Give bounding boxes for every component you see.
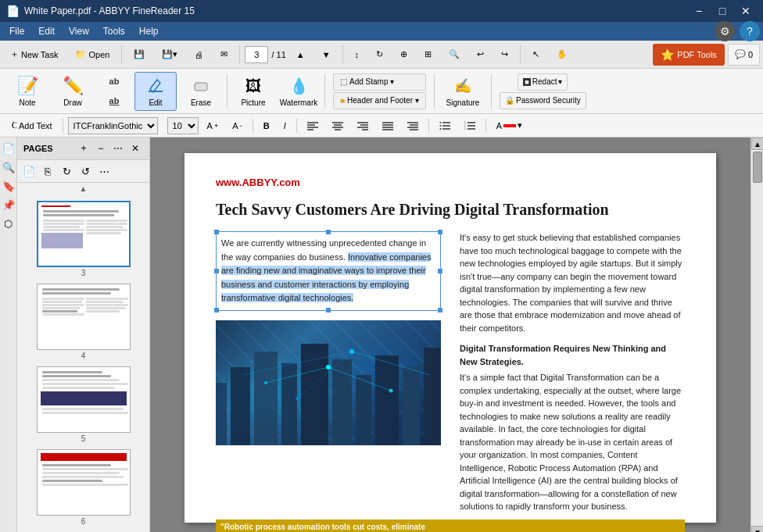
pages-panel-button[interactable]: 📄 [1,141,16,156]
email-button[interactable]: ✉ [213,44,235,66]
signature-tool[interactable]: ✍ Signature [439,72,486,111]
text-sep-4 [428,119,429,133]
tool2-button[interactable]: ⊕ [393,44,414,66]
menu-edit[interactable]: Edit [32,24,61,38]
tool6-button[interactable]: ↪ [494,44,515,66]
note-tool[interactable]: 📝 Note [6,72,48,111]
page-thumb-4[interactable]: 4 [33,284,134,360]
resize-handle-ml[interactable] [214,269,219,273]
print-button[interactable]: 🖨 [188,44,210,66]
annotations-panel-button[interactable]: 📌 [1,197,16,212]
scroll-down-button[interactable]: ▼ [751,526,763,532]
bookmarks-panel-button[interactable]: 🔖 [1,178,16,194]
next-page-button[interactable]: ▼ [315,44,338,66]
resize-handle-tm[interactable] [326,230,331,234]
sidebar-add-button[interactable]: + [76,141,91,156]
save-button[interactable]: 💾 [127,44,152,66]
password-security-button[interactable]: 🔒 Password Security [500,92,586,109]
numbered-list-button[interactable]: 1.2.3. [459,117,481,134]
pdf-tools-button[interactable]: ⭐ PDF Tools [653,44,725,66]
watermark-tool[interactable]: 💧 Watermark [278,72,320,111]
doc-area[interactable]: www.ABBYY.com Tech Savvy Customers Are D… [150,137,750,532]
font-size-select[interactable]: 10 [167,117,199,134]
search-panel-button[interactable]: 🔍 [1,159,16,175]
sidebar-rotate-cw-button[interactable]: ↻ [58,162,75,180]
picture-tool[interactable]: 🖼 Picture [232,72,274,111]
font-select[interactable]: ITCFranklinGothic [68,117,158,134]
hand-icon: ✋ [557,49,568,59]
text-highlight-tool[interactable]: ab [99,73,130,91]
erase-tool[interactable]: Erase [180,72,222,111]
text-color-button[interactable]: A ▾ [491,117,528,134]
page-thumb-5-img [37,366,131,433]
align-center-button[interactable] [327,117,349,134]
resize-handle-tr[interactable] [438,230,442,234]
right-col-body: It's a simple fact that Digital Transfor… [460,371,685,513]
resize-handle-tl[interactable] [214,230,219,234]
scroll-up-button[interactable]: ▲ [751,137,763,150]
sidebar-copy-button[interactable]: ⎘ [39,162,56,180]
indent-button[interactable] [402,117,424,134]
pages-scroll-up[interactable]: ▲ [17,183,149,195]
resize-handle-mr[interactable] [438,269,442,273]
add-text-button[interactable]: Ꞇ Add Text [6,117,58,134]
draw-tool[interactable]: ✏️ Draw [52,72,94,111]
redact-button[interactable]: ■ Redact ▾ [518,73,568,91]
bold-button[interactable]: B [258,117,275,134]
new-task-button[interactable]: ＋ New Task [3,44,65,66]
sidebar-more2-button[interactable]: ⋯ [95,162,113,180]
menu-help[interactable]: Help [133,24,165,38]
scroll-thumb[interactable] [753,152,762,183]
menu-tools[interactable]: Tools [97,24,131,38]
decrease-font-button[interactable]: A- [227,117,247,134]
save-as-button[interactable]: 💾▾ [155,44,184,66]
message-button[interactable]: 💬 0 [728,44,760,66]
resize-handle-bm[interactable] [326,308,331,312]
page-thumb-5[interactable]: 5 [33,366,134,443]
tool4-button[interactable]: 🔍 [442,44,467,66]
menu-file[interactable]: File [3,24,30,38]
prev-page-button[interactable]: ▲ [289,44,312,66]
add-stamp-button[interactable]: ⬚ Add Stamp ▾ [333,73,426,91]
text-underline-tool[interactable]: ab [99,92,130,110]
tool5-button[interactable]: ↩ [470,44,491,66]
increase-font-button[interactable]: A+ [202,117,224,134]
tool3-button[interactable]: ⊞ [417,44,439,66]
text-box[interactable]: We are currently witnessing unprecedente… [216,231,441,311]
maximize-button[interactable]: □ [711,3,733,19]
page-number-input[interactable] [245,46,268,63]
help-button[interactable]: ? [740,21,760,41]
tool1-button[interactable]: ↻ [369,44,390,66]
icon-separator-3 [434,74,435,109]
open-button[interactable]: 📁 Open [68,44,116,66]
select-tool-button[interactable]: ↕ [348,44,367,66]
resize-handle-br[interactable] [438,308,442,312]
header-footer-button[interactable]: ■ Header and Footer ▾ [333,92,426,109]
resize-handle-bl[interactable] [214,308,219,312]
align-right-button[interactable] [352,117,374,134]
settings-button[interactable]: ⚙ [715,21,735,41]
right-scrollbar[interactable]: ▲ ▼ [750,137,763,532]
sidebar-delete-button[interactable]: − [93,141,109,156]
align-left-button[interactable] [302,117,324,134]
edit-tool[interactable]: Edit [134,72,177,111]
sidebar-rotate-ccw-button[interactable]: ↺ [77,162,94,180]
doc-columns: We are currently witnessing unprecedente… [216,231,685,513]
page-thumb-3[interactable]: 3 [33,201,134,277]
sidebar-close-button[interactable]: ✕ [127,141,143,156]
close-button[interactable]: ✕ [735,3,757,19]
menu-view[interactable]: View [63,24,95,38]
cursor-button[interactable]: ↖ [525,44,546,66]
sidebar-new-page-button[interactable]: 📄 [20,162,38,180]
bullet-list-button[interactable] [434,117,456,134]
minimize-button[interactable]: − [688,3,710,19]
hand-button[interactable]: ✋ [550,44,575,66]
page-thumb-6[interactable]: 6 [33,449,134,526]
justify-button[interactable] [377,117,399,134]
sidebar-more-button[interactable]: ⋯ [110,141,126,156]
page-thumb-3-img [37,201,131,267]
erase-label: Erase [191,98,211,107]
scroll-track[interactable] [751,150,763,526]
italic-button[interactable]: I [278,117,292,134]
layers-panel-button[interactable]: ⬡ [1,216,16,231]
